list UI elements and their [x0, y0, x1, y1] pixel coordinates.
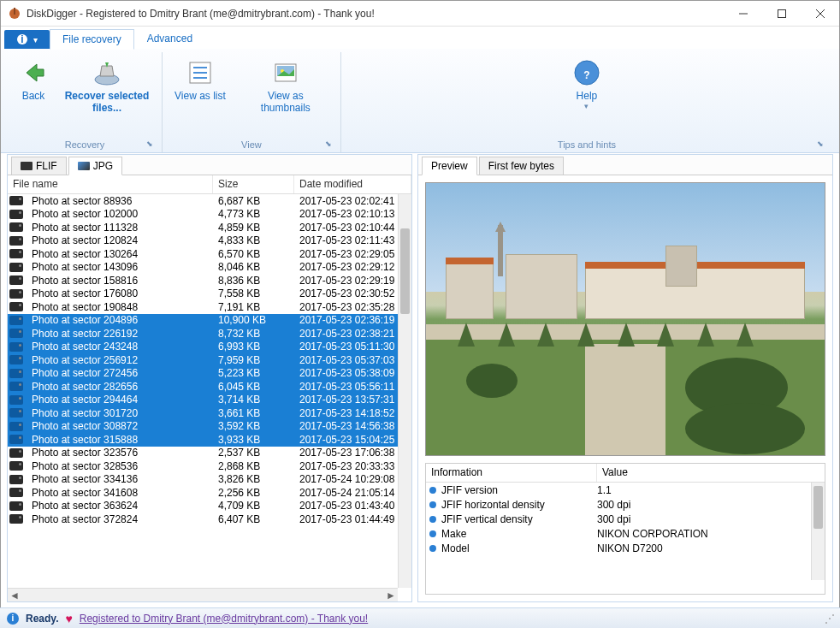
file-name: Photo at sector 130264	[27, 248, 213, 260]
file-row[interactable]: Photo at sector 2724565,223 KB2017-05-23…	[8, 367, 398, 381]
view-thumbnails-button[interactable]: View as thumbnails	[238, 56, 334, 117]
file-list[interactable]: Photo at sector 889366,687 KB2017-05-23 …	[8, 194, 398, 588]
file-name: Photo at sector 328536	[27, 460, 213, 472]
file-row[interactable]: Photo at sector 3728246,407 KB2017-05-23…	[8, 512, 398, 526]
file-row[interactable]: Photo at sector 3158883,933 KB2017-05-23…	[8, 433, 398, 447]
file-size: 8,836 KB	[213, 275, 294, 287]
metadata-row[interactable]: JFIF version1.1	[426, 483, 811, 497]
file-row[interactable]: Photo at sector 1020004,773 KB2017-05-23…	[8, 208, 398, 222]
file-row[interactable]: Photo at sector 1760807,558 KB2017-05-23…	[8, 287, 398, 301]
camera-icon	[9, 488, 23, 497]
camera-icon	[9, 355, 23, 364]
back-button[interactable]: Back	[15, 56, 52, 105]
scrollbar-thumb[interactable]	[400, 228, 410, 314]
file-row[interactable]: Photo at sector 2944643,714 KB2017-05-23…	[8, 394, 398, 407]
file-row[interactable]: Photo at sector 3017203,661 KB2017-05-23…	[8, 406, 398, 420]
file-name: Photo at sector 226192	[27, 328, 213, 340]
file-name: Photo at sector 363624	[27, 500, 213, 512]
file-name: Photo at sector 372824	[27, 513, 213, 525]
file-row[interactable]: Photo at sector 3235762,537 KB2017-05-23…	[8, 447, 398, 460]
file-row[interactable]: Photo at sector 3341363,826 KB2017-05-24…	[8, 473, 398, 487]
file-size: 7,191 KB	[213, 301, 294, 313]
column-information[interactable]: Information	[426, 464, 597, 482]
file-date: 2017-05-23 02:29:19	[294, 275, 398, 287]
file-row[interactable]: Photo at sector 2261928,732 KB2017-05-23…	[8, 327, 398, 341]
file-row[interactable]: Photo at sector 2432486,993 KB2017-05-23…	[8, 341, 398, 354]
file-name: Photo at sector 158816	[27, 275, 213, 287]
file-size: 3,661 KB	[213, 407, 294, 419]
file-row[interactable]: Photo at sector 889366,687 KB2017-05-23 …	[8, 194, 398, 208]
maximize-button[interactable]	[762, 1, 801, 26]
window-title: DiskDigger - Registered to Dmitry Brant …	[27, 8, 724, 20]
ribbon-group-view: View	[169, 137, 334, 152]
file-row[interactable]: Photo at sector 3416082,256 KB2017-05-24…	[8, 486, 398, 500]
metadata-row[interactable]: JFIF horizontal density300 dpi	[426, 497, 811, 512]
metadata-row[interactable]: MakeNIKON CORPORATION	[426, 526, 811, 541]
tab-advanced[interactable]: Advanced	[134, 28, 205, 49]
file-size: 3,592 KB	[213, 420, 294, 432]
file-list-panel: FLIF JPG File name Size Date modified Ph…	[7, 154, 412, 602]
camera-icon	[9, 342, 23, 352]
file-size: 6,570 KB	[213, 248, 294, 260]
camera-icon	[9, 422, 23, 431]
metadata-vscrollbar[interactable]	[811, 483, 825, 580]
metadata-value: 300 dpi	[597, 513, 811, 525]
camera-icon	[9, 329, 23, 338]
metadata-list[interactable]: JFIF version1.1JFIF horizontal density30…	[426, 483, 811, 594]
file-row[interactable]: Photo at sector 2826566,045 KB2017-05-23…	[8, 380, 398, 394]
help-button[interactable]: ? Help ▾	[568, 56, 606, 114]
file-row[interactable]: Photo at sector 3088723,592 KB2017-05-23…	[8, 420, 398, 434]
tab-file-recovery[interactable]: File recovery	[50, 29, 134, 50]
file-row[interactable]: Photo at sector 1908487,191 KB2017-05-23…	[8, 300, 398, 314]
file-size: 4,773 KB	[213, 208, 294, 220]
file-list-header: File name Size Date modified	[8, 175, 411, 194]
camera-icon	[9, 263, 23, 272]
file-date: 2017-05-23 05:37:03	[294, 354, 398, 366]
tab-bytes[interactable]: First few bytes	[479, 157, 564, 175]
registration-link[interactable]: Registered to Dmitry Brant (me@dmitrybra…	[80, 613, 368, 625]
column-value[interactable]: Value	[597, 464, 825, 482]
file-name: Photo at sector 176080	[27, 287, 213, 299]
file-date: 2017-05-23 02:35:28	[294, 301, 398, 313]
file-tab[interactable]: i ▾	[4, 30, 50, 49]
file-size: 8,046 KB	[213, 261, 294, 273]
file-row[interactable]: Photo at sector 1208244,833 KB2017-05-23…	[8, 234, 398, 248]
file-row[interactable]: Photo at sector 1588168,836 KB2017-05-23…	[8, 274, 398, 287]
camera-icon	[9, 448, 23, 458]
tab-jpg[interactable]: JPG	[68, 157, 122, 175]
file-row[interactable]: Photo at sector 2569127,959 KB2017-05-23…	[8, 353, 398, 367]
metadata-row[interactable]: JFIF vertical density300 dpi	[426, 512, 811, 526]
file-name: Photo at sector 282656	[27, 381, 213, 393]
scrollbar-thumb[interactable]	[813, 486, 823, 529]
column-filename[interactable]: File name	[8, 175, 213, 193]
file-name: Photo at sector 143096	[27, 261, 213, 273]
camera-icon	[9, 475, 23, 484]
file-row[interactable]: Photo at sector 20489610,900 KB2017-05-2…	[8, 314, 398, 328]
camera-icon	[9, 196, 23, 205]
ribbon-group-tips: Tips and hints	[348, 137, 825, 152]
file-list-vscrollbar[interactable]	[398, 194, 411, 588]
camera-icon	[9, 435, 23, 444]
close-button[interactable]	[801, 1, 839, 26]
metadata-key: JFIF vertical density	[441, 513, 597, 525]
minimize-button[interactable]	[724, 1, 762, 26]
column-date[interactable]: Date modified	[294, 175, 411, 193]
recover-button[interactable]: Recover selected files...	[59, 56, 155, 117]
resize-grip[interactable]: ⋰	[825, 613, 833, 625]
file-date: 2017-05-23 02:36:19	[294, 314, 398, 326]
file-list-hscrollbar[interactable]: ◄►	[8, 588, 398, 601]
file-row[interactable]: Photo at sector 1430968,046 KB2017-05-23…	[8, 261, 398, 275]
file-row[interactable]: Photo at sector 3285362,868 KB2017-05-23…	[8, 459, 398, 473]
column-size[interactable]: Size	[213, 175, 294, 193]
file-row[interactable]: Photo at sector 1302646,570 KB2017-05-23…	[8, 247, 398, 261]
file-date: 2017-05-23 02:11:43	[294, 234, 398, 246]
file-name: Photo at sector 308872	[27, 420, 213, 432]
file-row[interactable]: Photo at sector 3636244,709 KB2017-05-23…	[8, 500, 398, 513]
tab-preview[interactable]: Preview	[422, 157, 477, 175]
camera-icon	[9, 210, 23, 219]
file-row[interactable]: Photo at sector 1113284,859 KB2017-05-23…	[8, 221, 398, 234]
tab-flif[interactable]: FLIF	[11, 157, 67, 175]
metadata-row[interactable]: ModelNIKON D7200	[426, 541, 811, 555]
ribbon: Back Recover selected files... Recovery …	[1, 49, 839, 153]
view-list-button[interactable]: View as list	[169, 56, 231, 105]
